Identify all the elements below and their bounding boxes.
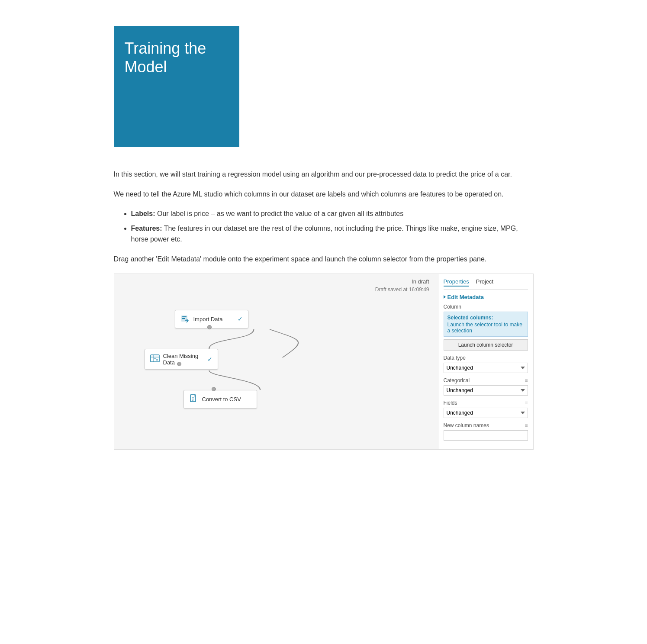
svg-rect-8: [156, 359, 158, 361]
import-data-label: Import Data: [193, 316, 223, 322]
canvas-status: In draft: [123, 278, 429, 285]
selected-columns-box: Selected columns: Launch the selector to…: [444, 312, 528, 337]
new-col-names-lines-icon: ≡: [525, 422, 528, 428]
fields-lines-icon: ≡: [525, 400, 528, 406]
module-import-data[interactable]: Import Data ✓: [175, 310, 248, 328]
fields-label: Fields ≡: [444, 400, 528, 406]
new-col-names-input[interactable]: [444, 430, 528, 441]
edit-metadata-title: Edit Metadata: [447, 294, 484, 300]
module-convert-csv[interactable]: Convert to CSV: [183, 390, 257, 409]
svg-rect-1: [182, 316, 187, 317]
title-box: Training the Model: [114, 26, 239, 147]
categorical-label: Categorical ≡: [444, 377, 528, 383]
canvas-connectors: [123, 306, 429, 435]
edit-metadata-header: Edit Metadata: [444, 294, 528, 300]
convert-csv-label: Convert to CSV: [202, 396, 241, 402]
data-type-select[interactable]: Unchanged: [444, 363, 528, 373]
tab-project[interactable]: Project: [476, 278, 493, 287]
categorical-select[interactable]: Unchanged: [444, 385, 528, 396]
convert-csv-icon: [189, 394, 199, 405]
conn-dot-csv-top: [212, 387, 216, 391]
tab-properties[interactable]: Properties: [444, 278, 469, 287]
feature-list: Labels: Our label is price – as we want …: [131, 208, 534, 245]
properties-tabs: Properties Project: [444, 278, 528, 290]
intro-paragraph-1: In this section, we will start training …: [114, 169, 534, 180]
selected-columns-desc: Launch the selector tool to make a selec…: [447, 322, 522, 334]
drag-instruction: Drag another 'Edit Metadata' module onto…: [114, 254, 534, 265]
canvas-area: Import Data ✓ Clean Missing D: [123, 306, 429, 435]
fields-select[interactable]: Unchanged: [444, 408, 528, 418]
column-label: Column: [444, 304, 528, 310]
launch-column-selector-button[interactable]: Launch column selector: [444, 339, 528, 351]
clean-missing-label: Clean Missing Data: [163, 353, 204, 366]
clean-missing-icon: [150, 354, 160, 364]
bullet-features: Features: The features in our dataset ar…: [131, 223, 534, 245]
module-clean-missing-data[interactable]: Clean Missing Data ✓: [145, 349, 218, 370]
properties-panel: Properties Project Edit Metadata Column …: [438, 274, 533, 449]
page-container: Training the Model In this section, we w…: [97, 0, 551, 476]
import-data-icon: [180, 314, 190, 325]
categorical-lines-icon: ≡: [525, 377, 528, 383]
clean-missing-check: ✓: [207, 356, 212, 363]
svg-rect-7: [154, 358, 156, 359]
new-col-names-label: New column names ≡: [444, 422, 528, 428]
conn-dot-clean-bottom: [177, 362, 181, 366]
import-data-check: ✓: [238, 316, 243, 322]
collapse-icon: [444, 295, 446, 299]
canvas-panel: In draft Draft saved at 16:09:49: [114, 274, 438, 449]
screenshot-container: In draft Draft saved at 16:09:49: [114, 274, 534, 450]
page-title: Training the Model: [125, 39, 206, 76]
data-type-label: Data type: [444, 355, 528, 361]
intro-paragraph-2: We need to tell the Azure ML studio whic…: [114, 189, 534, 200]
canvas-draft-saved: Draft saved at 16:09:49: [123, 287, 429, 293]
svg-rect-2: [182, 318, 185, 319]
bullet-labels: Labels: Our label is price – as we want …: [131, 208, 534, 219]
selected-columns-title: Selected columns:: [447, 315, 524, 321]
conn-dot-import-bottom: [207, 325, 212, 329]
